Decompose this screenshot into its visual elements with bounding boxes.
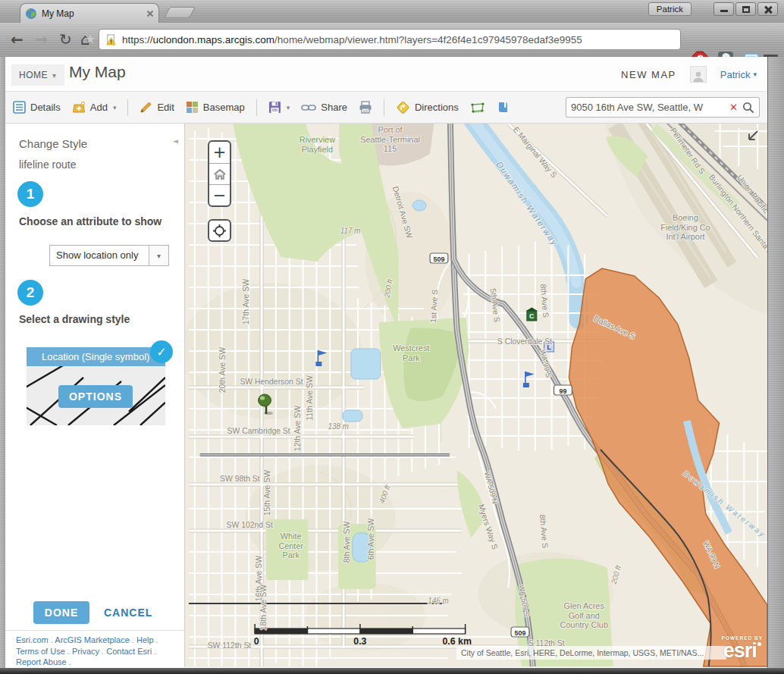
map-label: 1st Ave S [429, 289, 439, 323]
done-button[interactable]: DONE [33, 601, 89, 624]
find-my-location-button[interactable] [208, 219, 231, 242]
svg-text:509: 509 [515, 629, 526, 636]
map-label: 20th Ave SW [218, 347, 227, 393]
browser-window: My Map Patrick ← → ↻ ⌂ https://uclondon.… [0, 0, 784, 674]
url-text[interactable]: https://uclondon.maps.arcgis.com/home/we… [122, 34, 582, 45]
new-map-button[interactable]: NEW MAP [621, 69, 676, 80]
map-label: C [529, 312, 535, 319]
back-icon[interactable]: ← [11, 29, 24, 50]
step-1-badge: 1 [17, 181, 43, 207]
selected-check-icon: ✓ [150, 340, 173, 363]
pencil-icon [140, 101, 152, 114]
page-title: My Map [69, 63, 126, 81]
measure-area-icon [470, 102, 485, 114]
edit-button[interactable]: Edit [140, 101, 174, 114]
add-layer-icon [72, 101, 86, 114]
browser-tab[interactable]: My Map [20, 3, 159, 23]
chevron-down-icon: ▾ [287, 104, 290, 111]
footer-link[interactable]: Terms of Use [16, 647, 65, 656]
style-name: Location (Single symbol) [27, 347, 165, 366]
drawing-style-card[interactable]: Location (Single symbol) ✓ OPTIONS [27, 347, 165, 425]
print-button[interactable] [359, 101, 372, 114]
forward-icon[interactable]: → [35, 29, 48, 50]
map-label: 12th Ave SW [293, 406, 302, 452]
window-frame-bottom [0, 668, 784, 674]
panel-collapse-icon[interactable]: ◄ [173, 137, 178, 145]
directions-button[interactable]: Directions [396, 100, 459, 114]
map-label: 117 m [340, 227, 361, 235]
window-minimize-button[interactable] [713, 2, 734, 16]
tab-close-icon[interactable] [146, 10, 154, 17]
basemap-button[interactable]: Basemap [186, 101, 245, 114]
map-label: 6th Ave SW [367, 519, 375, 560]
link-icon [301, 102, 316, 113]
panel-divider [5, 630, 184, 631]
chevron-down-icon: ▾ [52, 71, 57, 80]
home-extent-button[interactable] [209, 163, 230, 184]
browser-navbar: ← → ↻ ⌂ https://uclondon.maps.arcgis.com… [0, 23, 784, 57]
map-label: 11th Ave SW [306, 375, 315, 421]
chevron-down-icon[interactable]: ▾ [149, 246, 168, 265]
maximize-icon [742, 6, 750, 13]
zoom-in-button[interactable]: + [209, 142, 230, 163]
pointer-arrow-icon[interactable] [745, 130, 760, 143]
arcgis-page: HOME ▾ My Map NEW MAP Patrick ▾ [5, 57, 767, 668]
zoom-controls: + − [208, 140, 231, 207]
attribute-select[interactable]: Show location only ▾ [49, 245, 169, 266]
user-menu-button[interactable]: Patrick ▾ [720, 69, 757, 80]
layer-name: lifeline route [19, 158, 77, 171]
bookmark-star-icon[interactable]: ★ [85, 32, 96, 47]
app-header: HOME ▾ My Map NEW MAP Patrick ▾ [5, 57, 767, 92]
map-label: 146 m [428, 597, 448, 605]
footer-link[interactable]: Privacy [72, 647, 99, 656]
map-label: SW Henderson St [240, 378, 303, 386]
cancel-button[interactable]: CANCEL [104, 607, 152, 619]
chevron-down-icon: ▾ [753, 71, 757, 78]
toolbar-separator [127, 99, 128, 116]
details-button[interactable]: Details [13, 101, 61, 114]
window-maximize-button[interactable] [735, 2, 756, 16]
basemap: 50950999 RiverviewPlayfieldPort ofSeattl… [185, 124, 767, 667]
zoom-out-button[interactable]: − [209, 184, 230, 205]
map-label: 0.3 [353, 636, 366, 647]
footer-link-separator: . [67, 657, 71, 666]
options-button[interactable]: OPTIONS [58, 385, 133, 408]
map-label: RiverviewPlayfield [299, 135, 335, 154]
reload-icon[interactable]: ↻ [59, 29, 72, 50]
change-style-panel: Change Style ◄ lifeline route 1 Choose a… [5, 124, 185, 667]
bookmarks-button[interactable] [497, 101, 510, 114]
footer-link-separator: . [154, 635, 158, 644]
url-bar[interactable]: https://uclondon.maps.arcgis.com/home/we… [99, 29, 681, 50]
measure-button[interactable] [470, 102, 485, 114]
add-button[interactable]: Add ▾ [72, 101, 117, 114]
map-label: 8th Ave SW [343, 522, 351, 563]
map-label: 17th Ave SW [242, 279, 250, 325]
map-label: SW 102nd St [227, 521, 273, 529]
highway-shield: 99 [554, 385, 572, 395]
titlebar-user-button[interactable]: Patrick [648, 2, 691, 16]
search-icon[interactable] [742, 102, 754, 114]
search-input[interactable] [571, 102, 725, 113]
ssl-warning-icon[interactable] [105, 34, 117, 45]
share-button[interactable]: Share [301, 102, 347, 113]
map-label: SW 112th St [208, 641, 252, 650]
map-canvas[interactable]: 50950999 RiverviewPlayfieldPort ofSeattl… [185, 124, 767, 667]
footer-link[interactable]: Contact Esri [106, 647, 152, 656]
basemap-grid-icon [186, 101, 199, 114]
map-label: 15th Ave SW [263, 470, 271, 516]
window-close-button[interactable] [757, 2, 778, 16]
map-toolbar: Details Add ▾ Edit [5, 92, 767, 124]
footer-link[interactable]: ArcGIS Marketplace [55, 635, 129, 644]
footer-link[interactable]: Report Abuse [16, 657, 67, 666]
footer-links: Esri.com . ArcGIS Marketplace . Help . T… [16, 635, 177, 668]
save-button[interactable]: ▾ [268, 101, 290, 114]
footer-link[interactable]: Esri.com [16, 635, 49, 644]
highway-shield: 509 [430, 253, 448, 263]
footer-link[interactable]: Help [136, 635, 154, 644]
search-box: ✕ [566, 97, 760, 118]
map-label: SW Cambridge St [227, 427, 290, 435]
new-tab-button[interactable] [164, 7, 196, 18]
home-menu-button[interactable]: HOME ▾ [11, 64, 64, 86]
save-floppy-icon [268, 101, 281, 114]
search-clear-icon[interactable]: ✕ [729, 102, 738, 113]
